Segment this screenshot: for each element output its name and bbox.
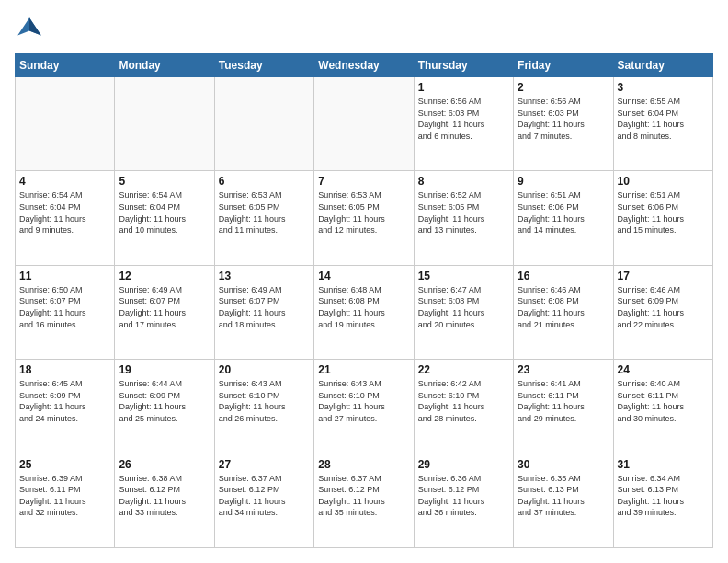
day-number: 7 xyxy=(318,175,409,188)
svg-marker-1 xyxy=(29,17,41,35)
calendar-day-cell: 25Sunrise: 6:39 AM Sunset: 6:11 PM Dayli… xyxy=(16,454,115,547)
day-info: Sunrise: 6:35 AM Sunset: 6:13 PM Dayligh… xyxy=(518,473,609,519)
calendar-day-cell: 26Sunrise: 6:38 AM Sunset: 6:12 PM Dayli… xyxy=(115,454,214,547)
day-info: Sunrise: 6:51 AM Sunset: 6:06 PM Dayligh… xyxy=(618,190,709,236)
day-number: 5 xyxy=(119,175,210,188)
day-number: 18 xyxy=(19,363,110,376)
day-number: 1 xyxy=(418,81,509,94)
calendar-day-header: Sunday xyxy=(16,54,115,77)
calendar-day-header: Tuesday xyxy=(214,54,313,77)
calendar-day-cell: 18Sunrise: 6:45 AM Sunset: 6:09 PM Dayli… xyxy=(16,360,115,454)
calendar-week-row: 11Sunrise: 6:50 AM Sunset: 6:07 PM Dayli… xyxy=(16,265,713,359)
calendar-day-cell: 15Sunrise: 6:47 AM Sunset: 6:08 PM Dayli… xyxy=(414,265,513,359)
calendar-day-cell xyxy=(16,77,115,171)
day-number: 27 xyxy=(219,458,310,471)
calendar-day-header: Saturday xyxy=(613,54,712,77)
day-info: Sunrise: 6:37 AM Sunset: 6:12 PM Dayligh… xyxy=(219,473,310,519)
day-info: Sunrise: 6:49 AM Sunset: 6:07 PM Dayligh… xyxy=(119,284,210,330)
logo xyxy=(15,15,48,44)
calendar-day-cell: 29Sunrise: 6:36 AM Sunset: 6:12 PM Dayli… xyxy=(414,454,513,547)
day-number: 31 xyxy=(618,458,709,471)
day-number: 10 xyxy=(618,175,709,188)
day-info: Sunrise: 6:44 AM Sunset: 6:09 PM Dayligh… xyxy=(119,378,210,424)
day-info: Sunrise: 6:51 AM Sunset: 6:06 PM Dayligh… xyxy=(518,190,609,236)
calendar-day-cell: 24Sunrise: 6:40 AM Sunset: 6:11 PM Dayli… xyxy=(613,360,712,454)
day-number: 16 xyxy=(518,270,609,282)
day-info: Sunrise: 6:34 AM Sunset: 6:13 PM Dayligh… xyxy=(618,473,709,519)
header xyxy=(15,15,713,44)
calendar-day-cell xyxy=(314,77,414,171)
day-number: 15 xyxy=(418,270,509,282)
calendar-week-row: 18Sunrise: 6:45 AM Sunset: 6:09 PM Dayli… xyxy=(16,360,713,454)
day-info: Sunrise: 6:39 AM Sunset: 6:11 PM Dayligh… xyxy=(19,473,110,519)
day-info: Sunrise: 6:48 AM Sunset: 6:08 PM Dayligh… xyxy=(318,284,409,330)
day-number: 28 xyxy=(318,458,409,471)
calendar-day-cell: 27Sunrise: 6:37 AM Sunset: 6:12 PM Dayli… xyxy=(214,454,313,547)
calendar-day-cell: 19Sunrise: 6:44 AM Sunset: 6:09 PM Dayli… xyxy=(115,360,214,454)
calendar-day-cell: 8Sunrise: 6:52 AM Sunset: 6:05 PM Daylig… xyxy=(414,171,513,265)
calendar-table: SundayMondayTuesdayWednesdayThursdayFrid… xyxy=(15,53,713,548)
day-info: Sunrise: 6:46 AM Sunset: 6:09 PM Dayligh… xyxy=(618,284,709,330)
calendar-day-cell: 9Sunrise: 6:51 AM Sunset: 6:06 PM Daylig… xyxy=(514,171,613,265)
day-number: 30 xyxy=(518,458,609,471)
day-info: Sunrise: 6:43 AM Sunset: 6:10 PM Dayligh… xyxy=(219,378,310,424)
day-info: Sunrise: 6:49 AM Sunset: 6:07 PM Dayligh… xyxy=(219,284,310,330)
day-number: 14 xyxy=(318,270,409,282)
day-number: 20 xyxy=(219,363,310,376)
day-number: 26 xyxy=(119,458,210,471)
calendar-day-cell: 22Sunrise: 6:42 AM Sunset: 6:10 PM Dayli… xyxy=(414,360,513,454)
calendar-day-header: Monday xyxy=(115,54,214,77)
day-info: Sunrise: 6:37 AM Sunset: 6:12 PM Dayligh… xyxy=(318,473,409,519)
calendar-day-cell: 23Sunrise: 6:41 AM Sunset: 6:11 PM Dayli… xyxy=(514,360,613,454)
calendar-header-row: SundayMondayTuesdayWednesdayThursdayFrid… xyxy=(16,54,713,77)
calendar-day-header: Thursday xyxy=(414,54,513,77)
day-number: 25 xyxy=(19,458,110,471)
day-number: 3 xyxy=(618,81,709,94)
calendar-day-cell: 11Sunrise: 6:50 AM Sunset: 6:07 PM Dayli… xyxy=(16,265,115,359)
calendar-day-cell: 5Sunrise: 6:54 AM Sunset: 6:04 PM Daylig… xyxy=(115,171,214,265)
day-number: 8 xyxy=(418,175,509,188)
calendar-day-cell: 17Sunrise: 6:46 AM Sunset: 6:09 PM Dayli… xyxy=(613,265,712,359)
calendar-day-cell: 7Sunrise: 6:53 AM Sunset: 6:05 PM Daylig… xyxy=(314,171,414,265)
day-info: Sunrise: 6:41 AM Sunset: 6:11 PM Dayligh… xyxy=(518,378,609,424)
day-info: Sunrise: 6:53 AM Sunset: 6:05 PM Dayligh… xyxy=(318,190,409,236)
day-info: Sunrise: 6:55 AM Sunset: 6:04 PM Dayligh… xyxy=(618,96,709,142)
calendar-day-cell: 4Sunrise: 6:54 AM Sunset: 6:04 PM Daylig… xyxy=(16,171,115,265)
day-info: Sunrise: 6:53 AM Sunset: 6:05 PM Dayligh… xyxy=(219,190,310,236)
day-number: 9 xyxy=(518,175,609,188)
day-number: 29 xyxy=(418,458,509,471)
day-info: Sunrise: 6:46 AM Sunset: 6:08 PM Dayligh… xyxy=(518,284,609,330)
day-info: Sunrise: 6:56 AM Sunset: 6:03 PM Dayligh… xyxy=(418,96,509,142)
page: SundayMondayTuesdayWednesdayThursdayFrid… xyxy=(0,0,728,563)
day-info: Sunrise: 6:45 AM Sunset: 6:09 PM Dayligh… xyxy=(19,378,110,424)
day-number: 6 xyxy=(219,175,310,188)
calendar-day-cell: 3Sunrise: 6:55 AM Sunset: 6:04 PM Daylig… xyxy=(613,77,712,171)
day-number: 4 xyxy=(19,175,110,188)
calendar-day-cell: 28Sunrise: 6:37 AM Sunset: 6:12 PM Dayli… xyxy=(314,454,414,547)
logo-icon xyxy=(15,15,44,44)
calendar-day-cell: 20Sunrise: 6:43 AM Sunset: 6:10 PM Dayli… xyxy=(214,360,313,454)
day-number: 21 xyxy=(318,363,409,376)
calendar-day-cell: 30Sunrise: 6:35 AM Sunset: 6:13 PM Dayli… xyxy=(514,454,613,547)
calendar-day-cell: 21Sunrise: 6:43 AM Sunset: 6:10 PM Dayli… xyxy=(314,360,414,454)
day-info: Sunrise: 6:43 AM Sunset: 6:10 PM Dayligh… xyxy=(318,378,409,424)
day-info: Sunrise: 6:56 AM Sunset: 6:03 PM Dayligh… xyxy=(518,96,609,142)
day-info: Sunrise: 6:38 AM Sunset: 6:12 PM Dayligh… xyxy=(119,473,210,519)
day-info: Sunrise: 6:54 AM Sunset: 6:04 PM Dayligh… xyxy=(119,190,210,236)
calendar-day-header: Wednesday xyxy=(314,54,414,77)
calendar-day-cell: 2Sunrise: 6:56 AM Sunset: 6:03 PM Daylig… xyxy=(514,77,613,171)
calendar-week-row: 1Sunrise: 6:56 AM Sunset: 6:03 PM Daylig… xyxy=(16,77,713,171)
calendar-day-cell: 14Sunrise: 6:48 AM Sunset: 6:08 PM Dayli… xyxy=(314,265,414,359)
day-info: Sunrise: 6:52 AM Sunset: 6:05 PM Dayligh… xyxy=(418,190,509,236)
calendar-day-cell: 13Sunrise: 6:49 AM Sunset: 6:07 PM Dayli… xyxy=(214,265,313,359)
day-info: Sunrise: 6:36 AM Sunset: 6:12 PM Dayligh… xyxy=(418,473,509,519)
calendar-day-cell: 10Sunrise: 6:51 AM Sunset: 6:06 PM Dayli… xyxy=(613,171,712,265)
day-number: 11 xyxy=(19,270,110,282)
calendar-week-row: 4Sunrise: 6:54 AM Sunset: 6:04 PM Daylig… xyxy=(16,171,713,265)
calendar-day-cell: 12Sunrise: 6:49 AM Sunset: 6:07 PM Dayli… xyxy=(115,265,214,359)
calendar-day-cell: 6Sunrise: 6:53 AM Sunset: 6:05 PM Daylig… xyxy=(214,171,313,265)
day-number: 13 xyxy=(219,270,310,282)
day-number: 22 xyxy=(418,363,509,376)
day-info: Sunrise: 6:42 AM Sunset: 6:10 PM Dayligh… xyxy=(418,378,509,424)
day-info: Sunrise: 6:54 AM Sunset: 6:04 PM Dayligh… xyxy=(19,190,110,236)
